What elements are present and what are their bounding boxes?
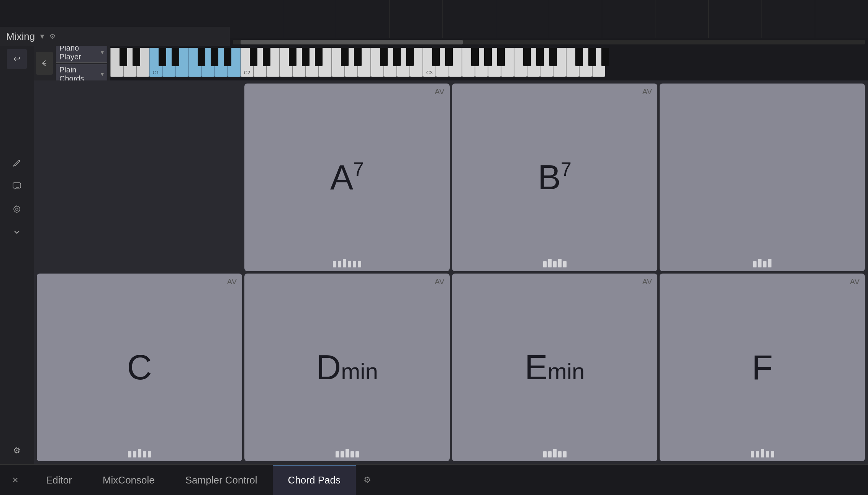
piano-player-value: Piano Player <box>59 46 101 61</box>
piano-keys[interactable]: C1 <box>110 46 868 80</box>
chord-pad-b7-label: B7 <box>538 158 572 197</box>
chord-pad-a7-label: A7 <box>330 158 364 197</box>
player-dropdown-icon: ▾ <box>101 49 104 56</box>
black-key[interactable] <box>601 48 609 66</box>
black-key[interactable] <box>315 48 323 66</box>
svg-point-2 <box>16 208 18 210</box>
chord-pad-f-label: F <box>752 348 773 387</box>
left-sidebar: ↩ ⚙ <box>0 46 34 464</box>
mixing-dropdown-icon[interactable]: ▼ <box>39 33 46 41</box>
mixing-label: Mixing <box>6 31 35 43</box>
black-key[interactable] <box>471 48 479 66</box>
dropdown-chevron-icon[interactable] <box>7 222 27 242</box>
black-key[interactable] <box>432 48 440 66</box>
chord-pad-partial-top[interactable] <box>660 84 865 271</box>
chord-pad-dmin[interactable]: AV Dmin <box>244 274 450 461</box>
black-key[interactable] <box>523 48 531 66</box>
tab-editor-label: Editor <box>46 474 72 486</box>
chord-pads-grid: AV A7 AV B7 <box>34 80 868 464</box>
plain-chords-selector[interactable]: Plain Chords ▾ <box>56 64 107 81</box>
top-area: Mixing ▼ ⚙ <box>0 0 868 46</box>
edit-icon[interactable] <box>7 153 27 173</box>
settings-gear-icon[interactable]: ⚙ <box>7 441 27 461</box>
black-key[interactable] <box>445 48 453 66</box>
piano-player-controls: Piano Player ▾ Plain Chords ▾ <box>34 46 110 80</box>
plain-chords-value: Plain Chords <box>59 66 101 81</box>
close-button[interactable]: × <box>0 465 31 495</box>
black-key[interactable] <box>406 48 414 66</box>
tab-sampler-control-label: Sampler Control <box>185 474 257 486</box>
target-icon[interactable] <box>7 199 27 219</box>
black-key[interactable] <box>536 48 544 66</box>
chord-pad-av-label: AV <box>435 277 444 286</box>
chord-pad-dmin-label: Dmin <box>316 348 378 387</box>
chord-pad-emin[interactable]: AV Emin <box>452 274 657 461</box>
black-key[interactable] <box>289 48 296 66</box>
black-key[interactable] <box>484 48 492 66</box>
main-panel: Piano Player ▾ Plain Chords ▾ <box>34 46 868 464</box>
mixing-bar: Mixing ▼ ⚙ <box>0 27 230 46</box>
tab-settings-gear[interactable]: ⚙ <box>356 465 379 495</box>
chord-pad-mini-keys <box>244 449 450 457</box>
black-key[interactable] <box>393 48 401 66</box>
black-key[interactable] <box>588 48 596 66</box>
tab-chord-pads-label: Chord Pads <box>288 474 341 486</box>
piano-roll-top <box>230 0 868 38</box>
chord-pad-mini-keys <box>660 259 865 267</box>
comment-icon[interactable] <box>7 176 27 196</box>
chord-pad-av-label: AV <box>435 87 444 96</box>
chord-pad-mini-keys <box>452 449 657 457</box>
tab-mixconsole[interactable]: MixConsole <box>87 465 170 495</box>
chord-pad-c[interactable]: AV C <box>37 274 242 461</box>
black-key[interactable] <box>133 48 140 66</box>
chords-dropdown-icon: ▾ <box>101 70 104 78</box>
chord-pad-av-label: AV <box>227 277 237 286</box>
black-key[interactable] <box>380 48 388 66</box>
tab-sampler-control[interactable]: Sampler Control <box>170 465 273 495</box>
piano-player-selector[interactable]: Piano Player ▾ <box>56 46 107 63</box>
chord-pad-mini-keys <box>37 449 242 457</box>
chord-pad-av-label: AV <box>850 277 860 286</box>
svg-rect-0 <box>13 183 21 188</box>
chord-pad-av-label: AV <box>642 87 652 96</box>
back-button[interactable] <box>36 52 53 75</box>
svg-point-1 <box>14 206 20 212</box>
black-key[interactable] <box>172 48 179 66</box>
tab-chord-pads[interactable]: Chord Pads <box>273 465 356 495</box>
black-key[interactable] <box>250 48 257 66</box>
black-key[interactable] <box>575 48 583 66</box>
chord-pad-c-label: C <box>127 348 152 387</box>
black-key[interactable] <box>224 48 231 66</box>
chord-pad-b7[interactable]: AV B7 <box>452 84 657 271</box>
tab-settings-gear-icon: ⚙ <box>364 475 371 485</box>
bottom-tabbar: × Editor MixConsole Sampler Control Chor… <box>0 464 868 495</box>
tab-editor[interactable]: Editor <box>31 465 87 495</box>
mixing-gear-icon[interactable]: ⚙ <box>49 32 56 41</box>
chord-pad-a7[interactable]: AV A7 <box>244 84 450 271</box>
piano-keys-header: Piano Player ▾ Plain Chords ▾ <box>34 46 868 80</box>
key-c1-group: C1 <box>149 48 162 77</box>
black-key[interactable] <box>302 48 310 66</box>
black-key[interactable] <box>211 48 218 66</box>
undo-icon[interactable]: ↩ <box>7 49 27 69</box>
chord-pad-mini-keys <box>244 259 450 267</box>
black-key[interactable] <box>341 48 349 66</box>
black-key[interactable] <box>263 48 270 66</box>
black-key[interactable] <box>159 48 166 66</box>
chord-pad-mini-keys <box>452 259 657 267</box>
black-key[interactable] <box>549 48 557 66</box>
black-key[interactable] <box>120 48 127 66</box>
chord-pad-f[interactable]: AV F <box>660 274 865 461</box>
tab-mixconsole-label: MixConsole <box>103 474 155 486</box>
black-key[interactable] <box>497 48 505 66</box>
chord-pad-av-label: AV <box>642 277 652 286</box>
horizontal-scrollbar[interactable] <box>230 38 868 46</box>
black-key[interactable] <box>198 48 205 66</box>
chord-pad-mini-keys <box>660 449 865 457</box>
black-key[interactable] <box>354 48 362 66</box>
chord-pad-emin-label: Emin <box>525 348 585 387</box>
